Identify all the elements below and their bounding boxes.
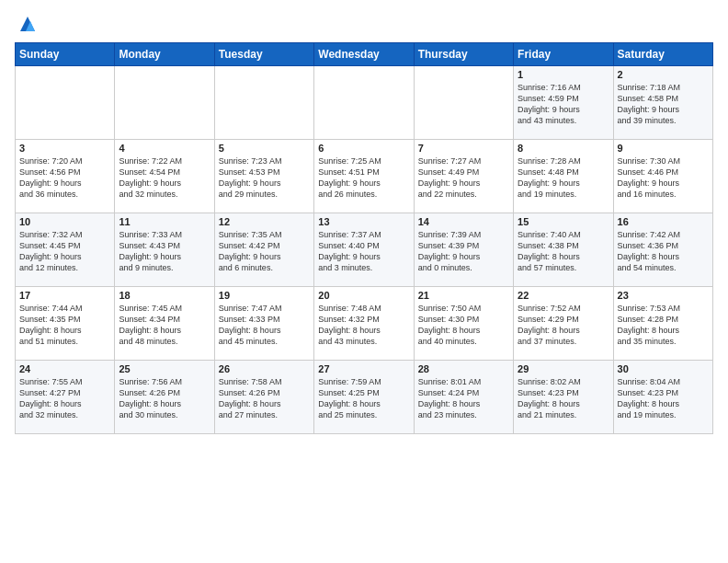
day-info: Sunrise: 7:39 AM Sunset: 4:39 PM Dayligh… [418, 229, 509, 274]
day-info: Sunrise: 7:33 AM Sunset: 4:43 PM Dayligh… [119, 229, 210, 274]
weekday-header: Wednesday [314, 43, 414, 66]
day-number: 24 [19, 363, 110, 374]
day-number: 22 [518, 290, 609, 301]
calendar-cell: 22Sunrise: 7:52 AM Sunset: 4:29 PM Dayli… [514, 287, 613, 361]
day-number: 13 [318, 216, 409, 227]
weekday-header: Saturday [613, 43, 712, 66]
calendar-week-row: 10Sunrise: 7:32 AM Sunset: 4:45 PM Dayli… [16, 213, 713, 287]
calendar-cell: 9Sunrise: 7:30 AM Sunset: 4:46 PM Daylig… [613, 140, 712, 213]
day-info: Sunrise: 7:45 AM Sunset: 4:34 PM Dayligh… [119, 303, 210, 348]
calendar-cell: 3Sunrise: 7:20 AM Sunset: 4:56 PM Daylig… [16, 140, 115, 213]
weekday-header: Thursday [414, 43, 513, 66]
calendar-cell: 7Sunrise: 7:27 AM Sunset: 4:49 PM Daylig… [414, 140, 513, 213]
day-info: Sunrise: 7:20 AM Sunset: 4:56 PM Dayligh… [19, 155, 110, 201]
day-info: Sunrise: 7:27 AM Sunset: 4:49 PM Dayligh… [418, 155, 509, 201]
calendar-header-row: SundayMondayTuesdayWednesdayThursdayFrid… [16, 43, 713, 66]
day-number: 1 [518, 69, 609, 80]
day-info: Sunrise: 8:04 AM Sunset: 4:23 PM Dayligh… [618, 376, 709, 421]
day-info: Sunrise: 7:37 AM Sunset: 4:40 PM Dayligh… [318, 229, 409, 274]
calendar-cell: 17Sunrise: 7:44 AM Sunset: 4:35 PM Dayli… [16, 287, 115, 361]
calendar-cell: 23Sunrise: 7:53 AM Sunset: 4:28 PM Dayli… [613, 287, 712, 361]
day-number: 27 [318, 363, 409, 374]
calendar-cell: 8Sunrise: 7:28 AM Sunset: 4:48 PM Daylig… [514, 140, 613, 213]
calendar-cell: 28Sunrise: 8:01 AM Sunset: 4:24 PM Dayli… [414, 361, 513, 434]
calendar-cell [16, 66, 115, 140]
day-info: Sunrise: 7:35 AM Sunset: 4:42 PM Dayligh… [219, 229, 310, 274]
day-number: 15 [518, 216, 609, 227]
day-number: 10 [19, 216, 110, 227]
day-number: 18 [119, 290, 210, 301]
day-number: 30 [618, 363, 709, 374]
day-info: Sunrise: 7:53 AM Sunset: 4:28 PM Dayligh… [618, 303, 709, 348]
weekday-header: Tuesday [214, 43, 313, 66]
day-number: 11 [119, 216, 210, 227]
calendar-cell [414, 66, 513, 140]
calendar-cell: 20Sunrise: 7:48 AM Sunset: 4:32 PM Dayli… [314, 287, 414, 361]
day-number: 21 [418, 290, 509, 301]
calendar-cell: 15Sunrise: 7:40 AM Sunset: 4:38 PM Dayli… [514, 213, 613, 287]
calendar-cell: 10Sunrise: 7:32 AM Sunset: 4:45 PM Dayli… [16, 213, 115, 287]
calendar-cell: 6Sunrise: 7:25 AM Sunset: 4:51 PM Daylig… [314, 140, 414, 213]
day-info: Sunrise: 7:52 AM Sunset: 4:29 PM Dayligh… [518, 303, 609, 348]
calendar-cell: 11Sunrise: 7:33 AM Sunset: 4:43 PM Dayli… [115, 213, 214, 287]
day-info: Sunrise: 8:01 AM Sunset: 4:24 PM Dayligh… [418, 376, 509, 421]
calendar-cell: 2Sunrise: 7:18 AM Sunset: 4:58 PM Daylig… [613, 66, 712, 140]
page: SundayMondayTuesdayWednesdayThursdayFrid… [0, 0, 728, 443]
day-info: Sunrise: 7:32 AM Sunset: 4:45 PM Dayligh… [19, 229, 110, 274]
calendar-cell: 24Sunrise: 7:55 AM Sunset: 4:27 PM Dayli… [16, 361, 115, 434]
calendar-week-row: 17Sunrise: 7:44 AM Sunset: 4:35 PM Dayli… [16, 287, 713, 361]
calendar-cell: 4Sunrise: 7:22 AM Sunset: 4:54 PM Daylig… [115, 140, 214, 213]
weekday-header: Friday [514, 43, 613, 66]
calendar-cell: 5Sunrise: 7:23 AM Sunset: 4:53 PM Daylig… [214, 140, 313, 213]
calendar-week-row: 24Sunrise: 7:55 AM Sunset: 4:27 PM Dayli… [16, 361, 713, 434]
day-number: 8 [518, 143, 609, 154]
day-info: Sunrise: 7:56 AM Sunset: 4:26 PM Dayligh… [119, 376, 210, 421]
day-number: 3 [19, 143, 110, 154]
day-number: 5 [219, 143, 310, 154]
weekday-header: Monday [115, 43, 214, 66]
day-number: 12 [219, 216, 310, 227]
weekday-header: Sunday [16, 43, 115, 66]
day-number: 23 [618, 290, 709, 301]
logo [15, 15, 37, 33]
calendar-cell: 18Sunrise: 7:45 AM Sunset: 4:34 PM Dayli… [115, 287, 214, 361]
day-info: Sunrise: 7:42 AM Sunset: 4:36 PM Dayligh… [618, 229, 709, 274]
day-number: 20 [318, 290, 409, 301]
day-info: Sunrise: 7:18 AM Sunset: 4:58 PM Dayligh… [618, 82, 709, 127]
calendar-cell: 13Sunrise: 7:37 AM Sunset: 4:40 PM Dayli… [314, 213, 414, 287]
calendar-cell: 16Sunrise: 7:42 AM Sunset: 4:36 PM Dayli… [613, 213, 712, 287]
day-number: 26 [219, 363, 310, 374]
day-number: 9 [618, 143, 709, 154]
day-info: Sunrise: 7:30 AM Sunset: 4:46 PM Dayligh… [618, 155, 709, 201]
calendar-cell: 12Sunrise: 7:35 AM Sunset: 4:42 PM Dayli… [214, 213, 313, 287]
day-info: Sunrise: 7:22 AM Sunset: 4:54 PM Dayligh… [119, 155, 210, 201]
calendar-week-row: 1Sunrise: 7:16 AM Sunset: 4:59 PM Daylig… [16, 66, 713, 140]
day-number: 4 [119, 143, 210, 154]
day-info: Sunrise: 7:50 AM Sunset: 4:30 PM Dayligh… [418, 303, 509, 348]
calendar-cell: 21Sunrise: 7:50 AM Sunset: 4:30 PM Dayli… [414, 287, 513, 361]
day-number: 2 [618, 69, 709, 80]
calendar-cell: 30Sunrise: 8:04 AM Sunset: 4:23 PM Dayli… [613, 361, 712, 434]
day-info: Sunrise: 7:28 AM Sunset: 4:48 PM Dayligh… [518, 155, 609, 201]
calendar-cell: 26Sunrise: 7:58 AM Sunset: 4:26 PM Dayli… [214, 361, 313, 434]
calendar-cell [214, 66, 313, 140]
day-number: 16 [618, 216, 709, 227]
header [15, 15, 713, 33]
calendar: SundayMondayTuesdayWednesdayThursdayFrid… [15, 42, 713, 434]
day-number: 25 [119, 363, 210, 374]
day-info: Sunrise: 8:02 AM Sunset: 4:23 PM Dayligh… [518, 376, 609, 421]
day-number: 19 [219, 290, 310, 301]
day-number: 28 [418, 363, 509, 374]
day-info: Sunrise: 7:58 AM Sunset: 4:26 PM Dayligh… [219, 376, 310, 421]
calendar-cell: 14Sunrise: 7:39 AM Sunset: 4:39 PM Dayli… [414, 213, 513, 287]
day-number: 6 [318, 143, 409, 154]
calendar-cell: 29Sunrise: 8:02 AM Sunset: 4:23 PM Dayli… [514, 361, 613, 434]
day-info: Sunrise: 7:55 AM Sunset: 4:27 PM Dayligh… [19, 376, 110, 421]
calendar-cell: 19Sunrise: 7:47 AM Sunset: 4:33 PM Dayli… [214, 287, 313, 361]
calendar-week-row: 3Sunrise: 7:20 AM Sunset: 4:56 PM Daylig… [16, 140, 713, 213]
calendar-cell [115, 66, 214, 140]
calendar-cell: 1Sunrise: 7:16 AM Sunset: 4:59 PM Daylig… [514, 66, 613, 140]
day-info: Sunrise: 7:48 AM Sunset: 4:32 PM Dayligh… [318, 303, 409, 348]
calendar-cell [314, 66, 414, 140]
day-number: 7 [418, 143, 509, 154]
